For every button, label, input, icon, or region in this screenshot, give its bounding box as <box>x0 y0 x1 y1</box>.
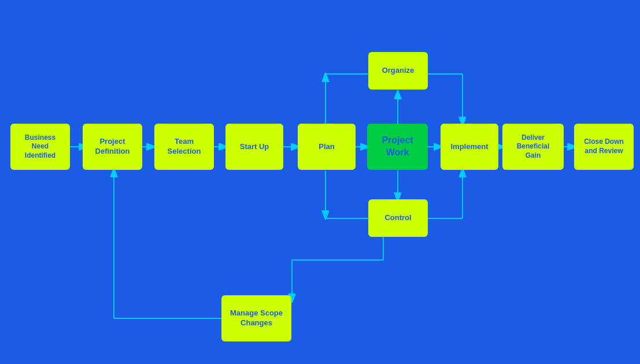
plan-node: Plan <box>298 124 356 170</box>
implement-node: Implement <box>441 124 498 170</box>
project-work-node: ProjectWork <box>367 124 428 170</box>
diagram-container: BusinessNeedIdentified ProjectDefinition… <box>0 0 640 364</box>
team-selection-node: TeamSelection <box>154 124 214 170</box>
project-definition-node: ProjectDefinition <box>83 124 142 170</box>
manage-scope-node: Manage ScopeChanges <box>221 295 291 341</box>
arrows-svg <box>0 0 640 364</box>
business-need-node: BusinessNeedIdentified <box>10 124 70 170</box>
control-node: Control <box>368 199 428 237</box>
close-down-node: Close Downand Review <box>574 124 634 170</box>
deliver-node: DeliverBeneficialGain <box>502 124 564 170</box>
start-up-node: Start Up <box>225 124 283 170</box>
organize-node: Organize <box>368 52 428 90</box>
